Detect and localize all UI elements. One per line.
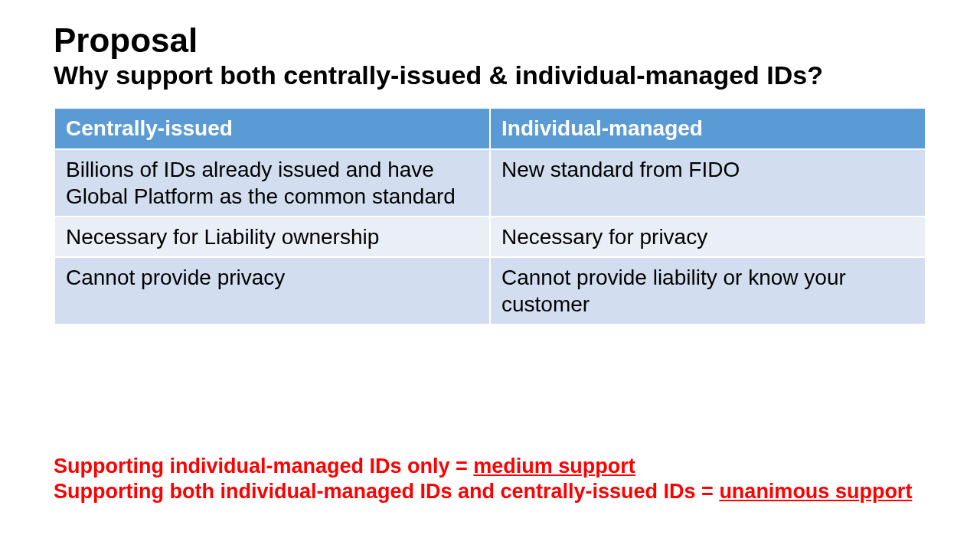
conclusion-emphasis: medium support xyxy=(473,455,635,478)
table-cell: Cannot provide liability or know your cu… xyxy=(490,257,926,324)
table-header-cell: Individual-managed xyxy=(490,108,926,149)
conclusion-line: Supporting individual-managed IDs only =… xyxy=(54,454,926,480)
conclusion-line: Supporting both individual-managed IDs a… xyxy=(54,479,926,505)
conclusion-prefix: Supporting individual-managed IDs only = xyxy=(54,455,473,478)
table-header-row: Centrally-issued Individual-managed xyxy=(54,108,926,149)
page-subtitle: Why support both centrally-issued & indi… xyxy=(54,61,926,90)
table-header-cell: Centrally-issued xyxy=(54,108,490,149)
table-cell: Necessary for Liability ownership xyxy=(54,217,490,257)
table-row: Necessary for Liability ownership Necess… xyxy=(54,217,926,257)
conclusions: Supporting individual-managed IDs only =… xyxy=(54,454,926,506)
table-row: Billions of IDs already issued and have … xyxy=(54,149,926,217)
conclusion-prefix: Supporting both individual-managed IDs a… xyxy=(54,480,719,503)
comparison-table: Centrally-issued Individual-managed Bill… xyxy=(54,107,926,325)
conclusion-emphasis: unanimous support xyxy=(719,480,912,503)
table-cell: Cannot provide privacy xyxy=(54,257,490,324)
table-row: Cannot provide privacy Cannot provide li… xyxy=(54,257,926,324)
slide: Proposal Why support both centrally-issu… xyxy=(0,0,980,551)
table-cell: Billions of IDs already issued and have … xyxy=(54,149,490,217)
table-cell: New standard from FIDO xyxy=(490,149,926,217)
page-title: Proposal xyxy=(54,23,926,58)
table-cell: Necessary for privacy xyxy=(490,217,926,257)
